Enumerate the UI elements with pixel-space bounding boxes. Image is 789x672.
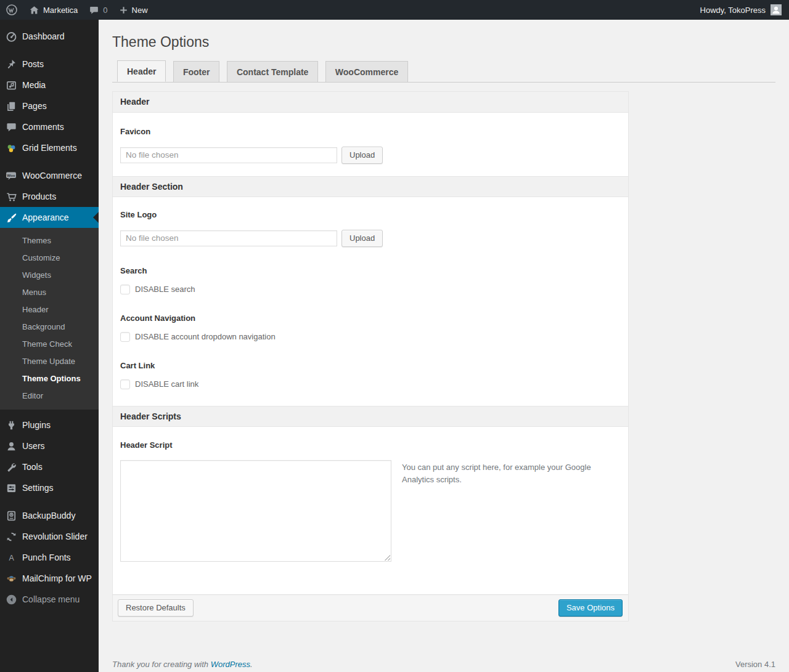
admin-sidebar: Dashboard Posts Media Pages Comments Gri… <box>0 20 99 672</box>
submenu-item-widgets[interactable]: Widgets <box>0 267 99 284</box>
sidebar-item-label: Settings <box>22 483 54 493</box>
sidebar-item-label: Media <box>22 80 46 90</box>
site-name: Marketica <box>43 6 78 15</box>
submenu-item-themes[interactable]: Themes <box>0 232 99 249</box>
menu-separator <box>0 498 99 505</box>
header-script-textarea[interactable] <box>120 460 391 562</box>
site-menu[interactable]: Marketica <box>23 0 83 20</box>
collapse-icon <box>5 593 17 605</box>
wrench-icon <box>5 461 17 473</box>
submenu-item-editor[interactable]: Editor <box>0 387 99 405</box>
disable-search-checkbox[interactable] <box>120 285 130 294</box>
footer-version-text: Version 4.1 <box>735 660 775 669</box>
sidebar-item-label: WooCommerce <box>22 171 82 180</box>
collapse-menu-button[interactable]: Collapse menu <box>0 589 99 610</box>
section-header-header-section: Header Section <box>113 176 628 197</box>
cart-icon <box>5 190 17 203</box>
sidebar-item-label: MailChimp for WP <box>22 573 92 583</box>
users-icon <box>5 440 17 452</box>
sidebar-item-revolution-slider[interactable]: Revolution Slider <box>0 526 99 547</box>
wordpress-logo-icon <box>6 4 18 16</box>
comment-bubble-icon <box>89 5 99 15</box>
comments-icon <box>5 121 17 133</box>
sidebar-item-label: Appearance <box>22 213 69 222</box>
appearance-submenu: Themes Customize Widgets Menus Header Ba… <box>0 228 99 410</box>
section-header-header: Header <box>113 92 628 113</box>
tab-contact-template[interactable]: Contact Template <box>227 61 318 82</box>
submenu-item-theme-check[interactable]: Theme Check <box>0 336 99 353</box>
sidebar-item-tools[interactable]: Tools <box>0 456 99 477</box>
sidebar-item-punch-fonts[interactable]: A Punch Fonts <box>0 547 99 568</box>
home-icon <box>29 5 39 15</box>
sidebar-item-label: Users <box>22 441 45 451</box>
revslider-icon <box>5 530 17 543</box>
sidebar-item-backupbuddy[interactable]: BackupBuddy <box>0 505 99 526</box>
tab-header[interactable]: Header <box>117 60 166 82</box>
submenu-item-header[interactable]: Header <box>0 301 99 318</box>
site-logo-file-input[interactable] <box>120 230 337 246</box>
menu-separator <box>0 47 99 54</box>
howdy-account-menu[interactable]: Howdy, TokoPress <box>700 6 766 15</box>
submenu-item-theme-options[interactable]: Theme Options <box>0 370 99 387</box>
paintbrush-icon <box>5 211 17 224</box>
sidebar-item-settings[interactable]: Settings <box>0 477 99 498</box>
favicon-label: Favicon <box>120 127 621 136</box>
new-content-menu[interactable]: New <box>113 0 153 20</box>
menu-separator <box>0 410 99 415</box>
search-label: Search <box>120 266 621 275</box>
sidebar-item-woocommerce[interactable]: Woo WooCommerce <box>0 165 99 186</box>
footer-thanks-suffix: . <box>250 660 253 669</box>
submenu-item-theme-update[interactable]: Theme Update <box>0 353 99 370</box>
footer-thanks-prefix: Thank you for creating with <box>112 660 211 669</box>
site-logo-upload-button[interactable]: Upload <box>341 230 383 247</box>
save-options-button[interactable]: Save Options <box>558 599 623 617</box>
tab-footer[interactable]: Footer <box>173 61 220 82</box>
section-body-header-section: Site Logo Upload Search DISABLE search A… <box>113 197 628 406</box>
submenu-item-background[interactable]: Background <box>0 318 99 336</box>
dashboard-icon <box>5 30 17 43</box>
favicon-file-input[interactable] <box>120 147 337 163</box>
sidebar-item-dashboard[interactable]: Dashboard <box>0 26 99 47</box>
favicon-upload-button[interactable]: Upload <box>341 147 383 164</box>
wordpress-logo-button[interactable] <box>0 0 23 20</box>
disable-cart-link-checkbox[interactable] <box>120 379 130 389</box>
page-title: Theme Options <box>112 33 775 52</box>
restore-defaults-button[interactable]: Restore Defaults <box>118 599 194 617</box>
wordpress-footer-link[interactable]: WordPress <box>211 660 250 669</box>
sidebar-item-users[interactable]: Users <box>0 435 99 456</box>
submenu-item-customize[interactable]: Customize <box>0 249 99 267</box>
sidebar-item-label: Products <box>22 192 56 201</box>
account-navigation-label: Account Navigation <box>120 314 621 323</box>
sidebar-item-label: Posts <box>22 59 44 69</box>
sidebar-item-label: Revolution Slider <box>22 532 88 541</box>
pushpin-icon <box>5 58 17 70</box>
sidebar-item-label: Grid Elements <box>22 143 77 153</box>
mailchimp-icon <box>5 572 17 585</box>
sidebar-item-pages[interactable]: Pages <box>0 95 99 116</box>
current-menu-arrow-icon <box>88 212 99 223</box>
header-script-label: Header Script <box>120 440 621 450</box>
backupbuddy-icon <box>5 509 17 522</box>
theme-options-panel: Header Favicon Upload Header Section Sit… <box>112 91 629 621</box>
sidebar-item-posts[interactable]: Posts <box>0 54 99 75</box>
sidebar-item-grid-elements[interactable]: Grid Elements <box>0 137 99 158</box>
sidebar-item-label: BackupBuddy <box>22 511 75 520</box>
admin-bar: Marketica 0 New Howdy, TokoPress <box>0 0 789 20</box>
sidebar-item-label: Collapse menu <box>22 594 80 604</box>
tab-woocommerce[interactable]: WooCommerce <box>325 61 408 82</box>
sidebar-item-plugins[interactable]: Plugins <box>0 415 99 435</box>
disable-account-nav-checkbox[interactable] <box>120 332 130 342</box>
woocommerce-icon: Woo <box>5 169 17 182</box>
submenu-item-menus[interactable]: Menus <box>0 284 99 301</box>
sidebar-item-mailchimp[interactable]: MailChimp for WP <box>0 568 99 589</box>
sidebar-item-appearance[interactable]: Appearance <box>0 207 99 228</box>
pages-icon <box>5 100 17 112</box>
sidebar-item-comments[interactable]: Comments <box>0 116 99 137</box>
tab-bar: Header Footer Contact Template WooCommer… <box>112 60 775 83</box>
avatar[interactable] <box>771 4 782 15</box>
site-logo-label: Site Logo <box>120 210 621 219</box>
sidebar-item-products[interactable]: Products <box>0 186 99 207</box>
comments-menu[interactable]: 0 <box>83 0 113 20</box>
sidebar-item-media[interactable]: Media <box>0 75 99 95</box>
panel-footer: Restore Defaults Save Options <box>113 594 628 621</box>
